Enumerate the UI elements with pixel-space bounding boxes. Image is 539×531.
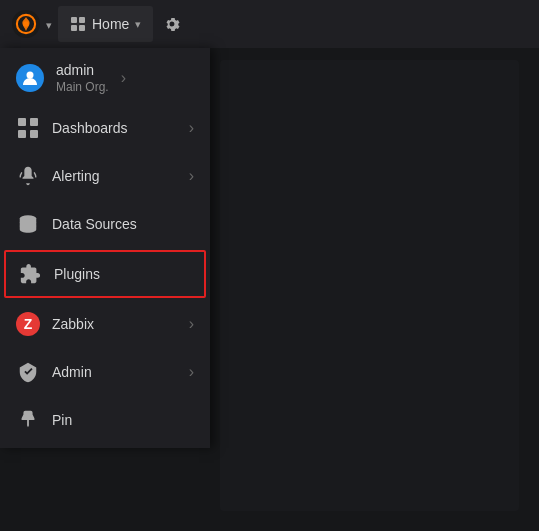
logo-dropdown-button[interactable] [44, 15, 54, 34]
admin-arrow [189, 363, 194, 381]
pin-icon [16, 408, 40, 432]
plugins-label: Plugins [54, 266, 192, 282]
sidebar-menu: admin Main Org. Dashboards Alerting [0, 48, 210, 448]
grafana-logo[interactable] [8, 6, 44, 42]
user-info: admin Main Org. [56, 62, 109, 94]
alerting-arrow [189, 167, 194, 185]
menu-item-zabbix[interactable]: Z Zabbix [0, 300, 210, 348]
user-arrow [121, 69, 126, 87]
topbar: Home ▾ [0, 0, 539, 48]
svg-rect-10 [18, 130, 26, 138]
menu-item-datasources[interactable]: Data Sources [0, 200, 210, 248]
pin-label: Pin [52, 412, 194, 428]
svg-rect-5 [71, 25, 77, 31]
admin-label: Admin [52, 364, 177, 380]
menu-item-dashboards[interactable]: Dashboards [0, 104, 210, 152]
zabbix-icon: Z [16, 312, 40, 336]
svg-rect-8 [18, 118, 26, 126]
plugins-icon [18, 262, 42, 286]
menu-item-plugins[interactable]: Plugins [4, 250, 206, 298]
user-avatar [16, 64, 44, 92]
zabbix-label: Zabbix [52, 316, 177, 332]
datasource-icon [16, 212, 40, 236]
svg-rect-3 [71, 17, 77, 23]
zabbix-arrow [189, 315, 194, 333]
dashboards-label: Dashboards [52, 120, 177, 136]
alerting-icon [16, 164, 40, 188]
main-content-bg [220, 60, 519, 511]
svg-point-2 [23, 21, 29, 27]
menu-item-user[interactable]: admin Main Org. [0, 52, 210, 104]
user-org: Main Org. [56, 80, 109, 94]
dashboards-arrow [189, 119, 194, 137]
user-name: admin [56, 62, 109, 78]
svg-rect-9 [30, 118, 38, 126]
home-dropdown-chevron: ▾ [135, 18, 141, 31]
home-label: Home [92, 16, 129, 32]
home-button[interactable]: Home ▾ [58, 6, 153, 42]
menu-item-alerting[interactable]: Alerting [0, 152, 210, 200]
svg-rect-4 [79, 17, 85, 23]
home-icon [70, 16, 86, 32]
svg-point-7 [27, 72, 34, 79]
settings-button[interactable] [157, 9, 187, 39]
admin-icon [16, 360, 40, 384]
svg-rect-11 [30, 130, 38, 138]
alerting-label: Alerting [52, 168, 177, 184]
gear-icon [163, 15, 181, 33]
svg-rect-6 [79, 25, 85, 31]
datasources-label: Data Sources [52, 216, 194, 232]
menu-item-admin[interactable]: Admin [0, 348, 210, 396]
dashboards-icon [16, 116, 40, 140]
menu-item-pin[interactable]: Pin [0, 396, 210, 444]
